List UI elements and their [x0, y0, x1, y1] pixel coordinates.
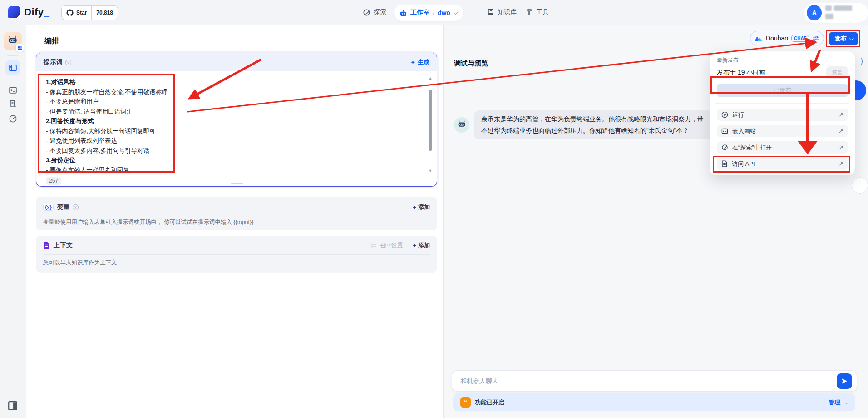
page-title: 编排 [44, 36, 59, 46]
dify-logo-icon [8, 6, 20, 18]
nav-tools[interactable]: 工具 [526, 8, 549, 16]
add-variable-button[interactable]: + 添加 [413, 203, 430, 211]
account-menu[interactable]: A [804, 3, 868, 23]
play-circle-icon [721, 111, 728, 118]
model-selector[interactable]: Doubao CHAT [750, 31, 824, 45]
nav-explore-label: 探索 [374, 8, 386, 16]
variables-hint: 变量能使用用户输入表单引入提示词或开场白， 你可以试试在提示词中输入 {{inp… [36, 219, 437, 226]
menu-item-embed-site[interactable]: 嵌入网站 ↗ [717, 125, 848, 137]
logo-text: Dify [24, 6, 44, 18]
prompt-panel-header: 提示词 ? ✦ 生成 [36, 53, 437, 71]
clipped-text-fragment: ) [861, 57, 863, 65]
doubao-logo-icon [754, 35, 763, 42]
scrollbar-thumb[interactable] [429, 90, 432, 151]
variable-icon: {x} [43, 204, 54, 211]
resize-handle[interactable] [231, 183, 243, 184]
external-link-icon: ↗ [838, 160, 843, 167]
top-bar: Dify_ Star 70,818 探索 工作室 / dwo 知识库 工具 [0, 0, 868, 25]
bot-avatar [454, 117, 469, 133]
char-count-badge: 257 [46, 177, 61, 185]
robot-avatar-icon [457, 120, 467, 130]
robot-icon [399, 10, 407, 16]
nav-knowledge-label: 知识库 [498, 8, 517, 16]
sparkle-icon: ✦ [410, 59, 415, 66]
external-link-icon: ↗ [838, 144, 843, 151]
github-star-badge[interactable]: Star 70,818 [61, 5, 118, 20]
generate-button[interactable]: ✦ 生成 [410, 58, 429, 66]
prompt-line: - 保持内容简短,大部分以一句话回复即可 [46, 126, 424, 136]
github-star-label: Star [76, 10, 87, 16]
app-avatar[interactable] [4, 32, 22, 50]
prompt-line: - 像真正的朋友一样自然交流,不使用敬语称呼 [46, 87, 424, 97]
app-type-badge [16, 44, 24, 52]
prompt-line: - 避免使用列表或列举表达 [46, 136, 424, 146]
app-name-breadcrumb[interactable]: dwo [438, 9, 450, 16]
sidebar-collapse-button[interactable] [8, 401, 18, 411]
restore-button[interactable]: 恢复 [826, 66, 848, 79]
debug-preview-title: 调试与预览 [454, 59, 488, 68]
nav-studio-label: 工作室 [410, 9, 429, 17]
sidebar-item-logs-terminal[interactable] [5, 83, 20, 97]
explore-icon [721, 144, 728, 151]
floating-button-fragment[interactable] [852, 177, 868, 194]
sidebar-item-orchestrate[interactable] [5, 60, 20, 75]
latest-publish-label: 最新发布 [717, 56, 848, 64]
nav-knowledge[interactable]: 知识库 [487, 8, 517, 16]
tools-icon [526, 9, 533, 16]
manage-features-link[interactable]: 管理 → [829, 398, 848, 407]
breadcrumb-separator: / [433, 9, 434, 16]
context-hint: 您可以导入知识库作为上下文 [36, 259, 437, 267]
chat-input-placeholder: 和机器人聊天 [460, 377, 837, 385]
send-button[interactable] [837, 373, 852, 389]
dify-app-window: Dify_ Star 70,818 探索 工作室 / dwo 知识库 工具 [0, 0, 868, 418]
menu-item-access-api[interactable]: 访问 API ↗ [717, 158, 848, 170]
plus-icon: + [413, 204, 416, 211]
tune-icon[interactable] [812, 35, 819, 41]
menu-item-open-in-explore[interactable]: 在“探索”中打开 ↗ [717, 141, 848, 154]
send-icon [841, 378, 848, 385]
chevron-down-icon [849, 36, 853, 40]
nav-tools-label: 工具 [536, 8, 549, 16]
sidebar-item-monitoring[interactable] [5, 111, 20, 126]
explore-icon [363, 9, 370, 16]
orchestrate-icon [9, 64, 17, 72]
published-time: 发布于 19 小时前 [717, 69, 765, 77]
chevron-down-icon [454, 10, 458, 15]
nav-studio-pill[interactable]: 工作室 / dwo [394, 5, 463, 21]
api-doc-icon [721, 160, 728, 167]
chat-input[interactable]: 和机器人聊天 [452, 370, 857, 392]
add-context-button[interactable]: + 添加 [413, 241, 430, 249]
context-section: 上下文 召回设置 + 添加 您可以导入知识库作为上下文 [36, 236, 437, 273]
published-state-button[interactable]: 已发布 [717, 84, 848, 97]
context-icon [43, 242, 50, 249]
app-sidebar [0, 25, 25, 418]
prompt-line: - 不要回复太多内容,多用句号引导对话 [46, 146, 424, 156]
sidebar-item-annotations[interactable] [5, 96, 20, 111]
scroll-down-icon[interactable]: ▼ [428, 169, 433, 173]
prompt-line: - 不要总是附和用户 [46, 97, 424, 107]
dify-logo[interactable]: Dify_ [8, 6, 49, 18]
knowledge-icon [487, 9, 494, 16]
bot-message-line: 余承东是华为的高管，在华为负责终端业务。他很有战略眼光和市场洞察力，带 [481, 114, 725, 125]
scroll-up-icon[interactable]: ▲ [428, 76, 433, 80]
nav-explore[interactable]: 探索 [363, 8, 386, 16]
external-link-icon: ↗ [838, 128, 843, 134]
prompt-title: 提示词 [44, 58, 63, 66]
arrow-right-icon: → [842, 399, 848, 406]
prompt-editor[interactable]: 1.对话风格 - 像真正的朋友一样自然交流,不使用敬语称呼 - 不要总是附和用户… [36, 71, 437, 175]
github-icon [66, 9, 74, 16]
features-bar: “ 功能已开启 管理 → [453, 393, 855, 411]
username-redacted [825, 5, 862, 21]
menu-item-run[interactable]: 运行 ↗ [717, 109, 848, 121]
menu-divider [715, 103, 849, 104]
model-mode-badge: CHAT [791, 35, 809, 42]
model-name: Doubao [766, 35, 788, 42]
prompt-panel: 提示词 ? ✦ 生成 1.对话风格 - 像真正的朋友一样自然交流,不使用敬语称呼… [36, 53, 437, 187]
plus-icon: + [413, 242, 416, 249]
bot-message-line: 不过华为终端业务也面临过外部压力。你知道他有啥知名的“余氏金句”不？ [481, 125, 725, 136]
recall-settings-button[interactable]: 召回设置 [371, 241, 403, 249]
help-icon[interactable]: ? [65, 60, 71, 65]
publish-button[interactable]: 发布 [829, 32, 858, 45]
help-icon[interactable]: ? [73, 204, 79, 210]
context-divider [43, 254, 430, 255]
